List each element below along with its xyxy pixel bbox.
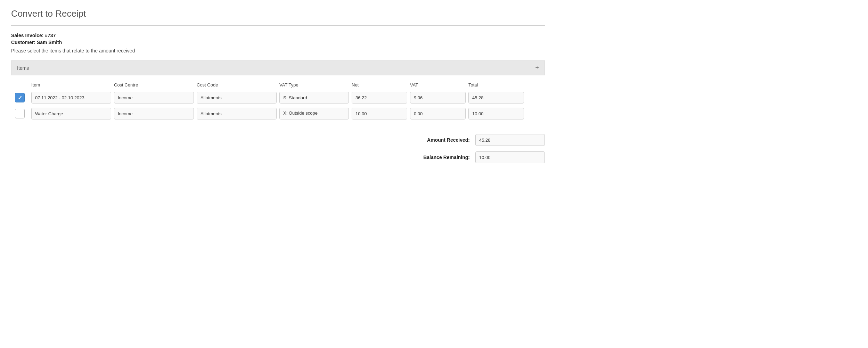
cost-centre-col-header: Cost Centre	[114, 82, 194, 88]
cost-code-col-header: Cost Code	[197, 82, 277, 88]
invoice-info: Sales Invoice: #737 Customer: Sam Smith	[11, 33, 545, 45]
row2-cost-code-field[interactable]	[197, 108, 277, 119]
table-row	[11, 92, 545, 103]
sales-invoice-label: Sales Invoice: #737	[11, 33, 545, 38]
row1-checkbox-cell	[11, 93, 28, 102]
row2-checkbox[interactable]	[15, 109, 25, 118]
add-item-button[interactable]: +	[535, 64, 539, 72]
row2-total-field[interactable]	[468, 108, 524, 119]
vat-col-header: VAT	[410, 82, 466, 88]
vat-type-col-header: VAT Type	[279, 82, 349, 88]
balance-remaining-value[interactable]	[475, 151, 545, 163]
row2-item-field[interactable]	[31, 108, 111, 119]
row1-total-field[interactable]	[468, 92, 524, 103]
row2-vat-type-field[interactable]: X: Outside scope	[279, 108, 349, 119]
summary-section: Amount Received: Balance Remaining:	[11, 134, 545, 163]
row1-vat-field[interactable]	[410, 92, 466, 103]
row2-cost-centre-field[interactable]	[114, 108, 194, 119]
amount-received-label: Amount Received:	[407, 137, 470, 143]
page-container: Convert to Receipt Sales Invoice: #737 C…	[0, 0, 556, 172]
checkbox-col-header	[11, 82, 28, 88]
divider	[11, 25, 545, 26]
row1-item-field[interactable]	[31, 92, 111, 103]
page-title: Convert to Receipt	[11, 8, 545, 19]
row1-vat-type-field[interactable]	[279, 92, 349, 103]
amount-received-value[interactable]	[475, 134, 545, 146]
row1-checkbox[interactable]	[15, 93, 25, 102]
row1-net-field[interactable]	[352, 92, 407, 103]
items-section-header: Items +	[11, 60, 545, 75]
table-row: X: Outside scope	[11, 108, 545, 119]
instructions-text: Please select the items that relate to t…	[11, 48, 545, 53]
row2-vat-field[interactable]	[410, 108, 466, 119]
item-col-header: Item	[31, 82, 111, 88]
balance-remaining-label: Balance Remaining:	[407, 155, 470, 160]
row1-cost-code-field[interactable]	[197, 92, 277, 103]
amount-received-row: Amount Received:	[407, 134, 545, 146]
items-header-label: Items	[17, 65, 29, 71]
table-headers: Item Cost Centre Cost Code VAT Type Net …	[11, 82, 545, 90]
items-table: Item Cost Centre Cost Code VAT Type Net …	[11, 82, 545, 124]
net-col-header: Net	[352, 82, 407, 88]
row2-net-field[interactable]	[352, 108, 407, 119]
customer-label: Customer: Sam Smith	[11, 40, 545, 45]
row1-cost-centre-field[interactable]	[114, 92, 194, 103]
balance-remaining-row: Balance Remaining:	[407, 151, 545, 163]
total-col-header: Total	[468, 82, 524, 88]
row2-checkbox-cell	[11, 109, 28, 118]
